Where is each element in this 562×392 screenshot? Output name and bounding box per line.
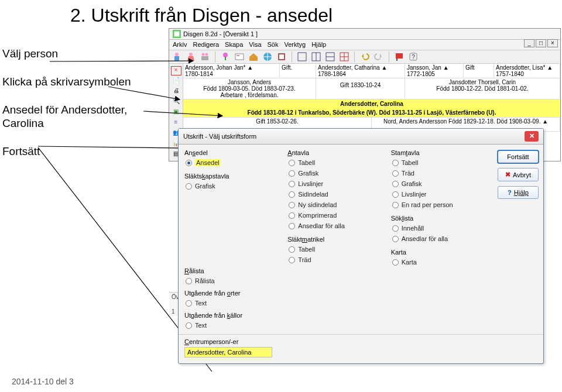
help-button[interactable]: ?Hjälp: [498, 186, 539, 199]
relation-cell: Gift.: [280, 64, 316, 78]
option-label: Tabell: [402, 159, 419, 166]
person-cell[interactable]: Jansson, Jan ▲ 1772-1805: [405, 64, 464, 78]
left-tool-tree-icon[interactable]: ▣: [171, 108, 181, 118]
close-button[interactable]: ×: [547, 39, 558, 47]
option-livslinjer[interactable]: Livslinjer: [287, 178, 383, 189]
option-grafisk[interactable]: Grafisk: [184, 181, 280, 191]
layout2-icon[interactable]: [311, 51, 321, 62]
woman-icon[interactable]: [186, 51, 196, 62]
titlebar: Disgen 8.2d - [Översikt 1 ]: [169, 29, 560, 40]
option-komprimerad[interactable]: Komprimerad: [287, 210, 383, 221]
radio-icon: [289, 181, 295, 187]
radio-icon: [289, 212, 295, 219]
option-karta[interactable]: Karta: [391, 257, 487, 267]
maximize-button[interactable]: □: [536, 39, 546, 47]
father-cell[interactable]: Jansson, Anders Född 1809-03-05. Död 188…: [183, 78, 316, 99]
dialog-close-button[interactable]: ✕: [525, 131, 539, 142]
undo-icon[interactable]: [359, 51, 370, 62]
option-label: Ansedel: [195, 159, 221, 166]
minimize-button[interactable]: _: [524, 39, 534, 47]
person-cell[interactable]: Andersdotter, Lisa* ▲ 1757-1840: [494, 64, 560, 78]
person-years: 1772-1805: [407, 71, 461, 77]
book-icon[interactable]: [276, 51, 287, 62]
option-livslinjer[interactable]: Livslinjer: [391, 189, 487, 200]
option-ralista[interactable]: Rålista: [184, 276, 280, 286]
option-text-kallor[interactable]: Text: [184, 320, 280, 331]
menu-arkiv[interactable]: Arkiv: [173, 41, 187, 48]
layout3-icon[interactable]: [325, 51, 335, 62]
option-label: Grafisk: [195, 183, 215, 190]
mother-cell[interactable]: Jansdotter Thorsell, Carin Född 1800-12-…: [405, 78, 560, 99]
left-tool-doc-icon[interactable]: 📄: [171, 77, 181, 86]
option-label: Livslinjer: [298, 180, 323, 187]
option-label: Text: [195, 300, 207, 307]
dialog-titlebar: Utskrift - Välj utskriftsform ✕: [179, 129, 543, 145]
radio-icon: [289, 191, 295, 198]
left-tool-search-icon[interactable]: 🔍: [171, 98, 181, 107]
redo-icon[interactable]: [373, 51, 384, 62]
option-ansedlar-alla[interactable]: Ansedlar för alla: [287, 221, 383, 231]
option-ansedel[interactable]: Ansedel: [184, 157, 280, 168]
menu-visa[interactable]: Visa: [249, 41, 261, 48]
radio-icon: [289, 257, 295, 263]
globe-icon[interactable]: [262, 51, 273, 62]
menu-hjalp[interactable]: Hjälp: [311, 41, 326, 48]
option-en-rad[interactable]: En rad per person: [391, 200, 487, 210]
left-tool-close-icon[interactable]: ×: [171, 66, 181, 75]
menu-verktyg[interactable]: Verktyg: [284, 41, 306, 48]
option-label: Tabell: [298, 159, 315, 166]
option-label: Livslinjer: [402, 191, 427, 198]
cancel-button[interactable]: ✖Avbryt: [498, 168, 539, 181]
option-trad[interactable]: Träd: [391, 168, 487, 178]
couple-icon[interactable]: [200, 51, 210, 62]
person-years: 1788-1864: [318, 71, 403, 77]
birth-death: Född 1800-12-22. Död 1881-01-02.: [407, 85, 558, 92]
person-name: Jansson, Jan ▲: [407, 64, 461, 71]
relation-cell: Gift: [464, 64, 494, 78]
radio-icon: [289, 246, 295, 253]
option-grafisk[interactable]: Grafisk: [287, 168, 383, 178]
focus-person-row[interactable]: Andersdotter, Carolina Född 1831-08-12 i…: [183, 99, 560, 118]
ancestor-row: Andersson, Johan Jan* ▲ 1780-1814 Gift. …: [183, 64, 560, 78]
left-tool-print-icon[interactable]: 🖨: [171, 87, 181, 97]
person-years: 1757-1840: [496, 71, 558, 77]
layout1-icon[interactable]: [297, 51, 307, 62]
radio-icon: [289, 202, 295, 208]
option-sidindelad[interactable]: Sidindelad: [287, 189, 383, 200]
flower-icon[interactable]: [220, 51, 231, 62]
flag-icon[interactable]: [394, 51, 405, 62]
option-tabell[interactable]: Tabell: [391, 157, 487, 168]
option-tabell[interactable]: Tabell: [287, 244, 383, 255]
dialog-buttons: Fortsätt ✖Avbryt ?Hjälp: [493, 145, 543, 334]
marriage-cell: Gift 1830-10-24: [316, 78, 405, 99]
person-name: Andersson, Johan Jan* ▲: [185, 64, 277, 71]
menu-redigera[interactable]: Redigera: [193, 41, 219, 48]
svg-rect-24: [396, 59, 397, 61]
left-tool-list-icon[interactable]: ≡: [171, 119, 181, 128]
option-innehall[interactable]: Innehåll: [391, 223, 487, 233]
menu-sok[interactable]: Sök: [268, 41, 279, 48]
option-ny-sidindelad[interactable]: Ny sidindelad: [287, 200, 383, 210]
centrum-value[interactable]: Andersdotter, Carolina: [184, 347, 272, 357]
person-cell[interactable]: Andersson, Johan Jan* ▲ 1780-1814: [183, 64, 280, 78]
radio-icon: [186, 300, 192, 307]
man-icon[interactable]: [172, 51, 182, 62]
radio-icon: [392, 202, 399, 208]
option-trad[interactable]: Träd: [287, 255, 383, 265]
help-icon[interactable]: ?: [408, 51, 419, 62]
house-icon[interactable]: [248, 51, 259, 62]
layout4-icon[interactable]: [339, 51, 349, 62]
card-icon[interactable]: [234, 51, 245, 62]
print-dialog: Utskrift - Välj utskriftsform ✕ AAnsedel…: [178, 128, 544, 364]
instruction-ansedel-for: Ansedel för Andersdotter, Carolina: [2, 103, 164, 131]
person-cell[interactable]: Andersdotter, Catharina ▲ 1788-1864: [316, 64, 405, 78]
svg-rect-10: [235, 54, 244, 60]
radio-icon: [186, 160, 192, 166]
option-text-orter[interactable]: Text: [184, 298, 280, 308]
option-ansedlar-alla[interactable]: Ansedlar för alla: [391, 233, 487, 244]
option-tabell[interactable]: Tabell: [287, 157, 383, 168]
continue-button[interactable]: Fortsätt: [498, 150, 539, 163]
option-grafisk[interactable]: Grafisk: [391, 178, 487, 189]
option-label: Träd: [298, 256, 311, 263]
menu-skapa[interactable]: Skapa: [225, 41, 243, 48]
